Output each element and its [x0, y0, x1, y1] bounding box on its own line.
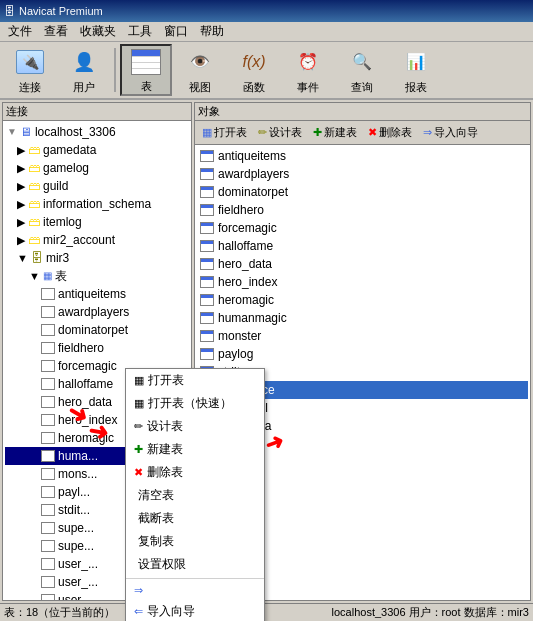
tree-item-itemlog[interactable]: ▶ 🗃 itemlog	[5, 213, 189, 231]
table-list-item[interactable]: antiqueitems	[197, 147, 528, 165]
table-list-icon	[200, 150, 214, 162]
ctx-separator	[126, 578, 264, 579]
table-list-label: awardplayers	[218, 166, 289, 182]
status-text: 表：18（位于当前的）	[4, 605, 115, 620]
context-menu: ▦ 打开表 ▦ 打开表（快速） ✏ 设计表 ✚ 新建表 ✖ 删除表 清空表 截断…	[125, 368, 265, 621]
ctx-import-wizard[interactable]: ⇒	[126, 581, 264, 600]
tree-table-dominatorpet[interactable]: dominatorpet	[5, 321, 189, 339]
table-list-label: fieldhero	[218, 202, 264, 218]
tree-item-guild[interactable]: ▶ 🗃 guild	[5, 177, 189, 195]
ctx-export-icon: ⇐	[134, 605, 143, 618]
query-label: 查询	[351, 80, 373, 95]
tree-table-awardplayers[interactable]: awardplayers	[5, 303, 189, 321]
table-icon-t14	[41, 522, 55, 534]
tree-item-gamelog[interactable]: ▶ 🗃 gamelog	[5, 159, 189, 177]
open-table-btn[interactable]: ▦ 打开表	[197, 122, 252, 143]
ctx-delete-table[interactable]: ✖ 删除表	[126, 461, 264, 484]
table-icon-t11	[41, 468, 55, 480]
new-table-btn[interactable]: ✚ 新建表	[308, 122, 362, 143]
tree-table-fieldhero[interactable]: fieldhero	[5, 339, 189, 357]
table-list-label: paylog	[218, 346, 253, 362]
table-list-item[interactable]: monster	[197, 327, 528, 345]
tree-item-gamedata[interactable]: ▶ 🗃 gamedata	[5, 141, 189, 159]
menu-view[interactable]: 查看	[38, 21, 74, 42]
ctx-open-fast-label: 打开表（快速）	[148, 395, 232, 412]
db-icon-6: ▶	[17, 232, 25, 248]
tree-item-server[interactable]: ▼ 🖥 localhost_3306	[5, 123, 189, 141]
table-icon-t18	[41, 594, 55, 601]
table-list-item[interactable]: forcemagic	[197, 219, 528, 237]
menu-help[interactable]: 帮助	[194, 21, 230, 42]
function-icon: f(x)	[238, 46, 270, 78]
design-icon: ✏	[258, 126, 267, 139]
table-icon-t7	[41, 396, 55, 408]
ctx-new-table[interactable]: ✚ 新建表	[126, 438, 264, 461]
table-list-item[interactable]: humanmagic	[197, 309, 528, 327]
table-button[interactable]: 表	[120, 44, 172, 96]
ctx-export-wizard[interactable]: ⇐ 导入向导	[126, 600, 264, 621]
report-icon: 📊	[400, 46, 432, 78]
ctx-truncate-table[interactable]: 截断表	[126, 507, 264, 530]
table-list-item[interactable]: dominatorpet	[197, 183, 528, 201]
table-list-item[interactable]: hero_index	[197, 273, 528, 291]
menu-window[interactable]: 窗口	[158, 21, 194, 42]
table-list-item[interactable]: hero_data	[197, 255, 528, 273]
table-list-item[interactable]: heromagic	[197, 291, 528, 309]
expand-icon: ▼	[7, 124, 17, 140]
import-icon: ⇒	[423, 126, 432, 139]
ctx-design-table[interactable]: ✏ 设计表	[126, 415, 264, 438]
ctx-open-table[interactable]: ▦ 打开表	[126, 369, 264, 392]
report-button[interactable]: 📊 报表	[390, 44, 442, 96]
tree-item-mir2account[interactable]: ▶ 🗃 mir2_account	[5, 231, 189, 249]
import-wizard-btn[interactable]: ⇒ 导入向导	[418, 122, 483, 143]
ctx-new-icon: ✚	[134, 443, 143, 456]
event-label: 事件	[297, 80, 319, 95]
menu-favorites[interactable]: 收藏夹	[74, 21, 122, 42]
table-list-label: dominatorpet	[218, 184, 288, 200]
table-list-icon	[200, 330, 214, 342]
function-button[interactable]: f(x) 函数	[228, 44, 280, 96]
menu-bar: 文件 查看 收藏夹 工具 窗口 帮助	[0, 22, 533, 42]
design-table-btn[interactable]: ✏ 设计表	[253, 122, 307, 143]
menu-file[interactable]: 文件	[2, 21, 38, 42]
ctx-perm-label: 设置权限	[138, 556, 186, 573]
ctx-new-label: 新建表	[147, 441, 183, 458]
tree-table-antiqueitems[interactable]: antiqueitems	[5, 285, 189, 303]
tree-item-table-folder[interactable]: ▼ ▦ 表	[5, 267, 189, 285]
db-folder-icon-3: 🗃	[28, 178, 40, 194]
event-button[interactable]: ⏰ 事件	[282, 44, 334, 96]
ctx-copy-table[interactable]: 复制表	[126, 530, 264, 553]
table-list-item[interactable]: awardplayers	[197, 165, 528, 183]
db-icon-5: ▶	[17, 214, 25, 230]
right-panel-header: 对象	[195, 103, 530, 121]
table-list-label: forcemagic	[218, 220, 277, 236]
tree-item-mir3[interactable]: ▼ 🗄 mir3	[5, 249, 189, 267]
server-label: localhost_3306	[35, 124, 116, 140]
connect-button[interactable]: 🔌 连接	[4, 44, 56, 96]
ctx-clear-table[interactable]: 清空表	[126, 484, 264, 507]
table-list-label: hero_data	[218, 256, 272, 272]
ctx-export-label: 导入向导	[147, 603, 195, 620]
tree-item-info-schema[interactable]: ▶ 🗃 information_schema	[5, 195, 189, 213]
table-icon-t10	[41, 450, 55, 462]
user-button[interactable]: 👤 用户	[58, 44, 110, 96]
server-icon: 🖥	[20, 124, 32, 140]
ctx-permissions[interactable]: 设置权限	[126, 553, 264, 576]
ctx-delete-icon: ✖	[134, 466, 143, 479]
table-icon-t17	[41, 576, 55, 588]
db-icon-3: ▶	[17, 178, 25, 194]
table-folder-icon: ▦	[43, 268, 52, 284]
table-list-item[interactable]: halloffame	[197, 237, 528, 255]
ctx-truncate-label: 截断表	[138, 510, 174, 527]
view-button[interactable]: 👁️ 视图	[174, 44, 226, 96]
delete-table-btn[interactable]: ✖ 删除表	[363, 122, 417, 143]
table-list-item[interactable]: fieldhero	[197, 201, 528, 219]
table-list-item[interactable]: paylog	[197, 345, 528, 363]
db-icon: ▶	[17, 142, 25, 158]
query-button[interactable]: 🔍 查询	[336, 44, 388, 96]
menu-tools[interactable]: 工具	[122, 21, 158, 42]
delete-icon: ✖	[368, 126, 377, 139]
ctx-open-fast[interactable]: ▦ 打开表（快速）	[126, 392, 264, 415]
status-right-text: localhost_3306 用户：root 数据库：mir3	[332, 605, 529, 620]
table-list-label: humanmagic	[218, 310, 287, 326]
